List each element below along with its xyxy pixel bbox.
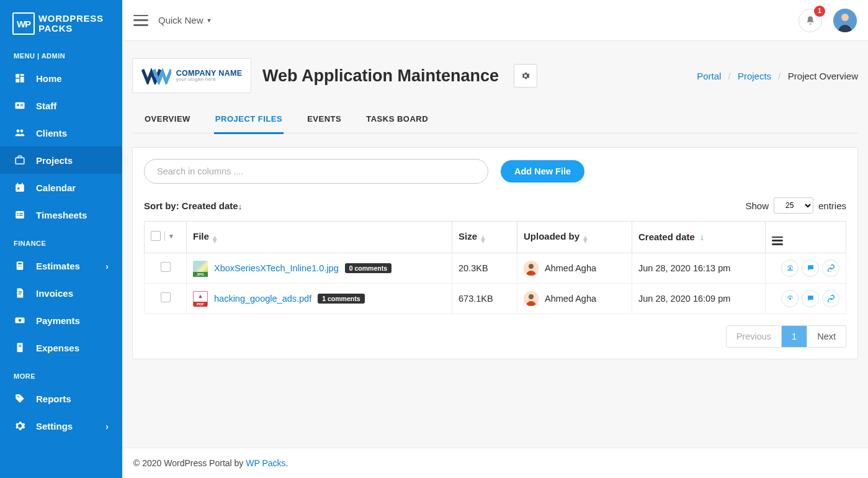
sort-by-label[interactable]: Sort by: Created date↓: [144, 201, 242, 211]
sidebar-item-label: Reports: [36, 394, 71, 404]
pager-prev[interactable]: Previous: [727, 326, 781, 347]
download-button[interactable]: [781, 290, 799, 307]
sort-icon: ▲▼: [480, 235, 486, 243]
invoice-icon: [14, 287, 26, 299]
link-icon: [827, 264, 835, 272]
page-settings-button[interactable]: [514, 64, 537, 88]
col-created-date[interactable]: Created date ↓: [632, 222, 766, 253]
sidebar-item-projects[interactable]: Projects: [0, 147, 122, 174]
breadcrumb: Portal / Projects / Project Overview: [697, 71, 858, 81]
sidebar-item-timesheets[interactable]: Timesheets: [0, 201, 122, 228]
footer-link[interactable]: WP Packs: [246, 458, 285, 468]
file-link[interactable]: XboxSeriesXTech_Inline1.0.jpg: [214, 263, 339, 273]
user-avatar[interactable]: [833, 9, 857, 32]
file-link[interactable]: hacking_google_ads.pdf: [214, 294, 311, 304]
entries-select[interactable]: 25: [774, 197, 813, 214]
svg-rect-19: [19, 213, 22, 214]
sidebar-item-staff[interactable]: Staff: [0, 92, 122, 119]
select-all-checkbox[interactable]: [151, 231, 161, 241]
tag-icon: [14, 392, 26, 405]
show-label: Show: [745, 201, 769, 211]
sidebar-item-invoices[interactable]: Invoices: [0, 279, 122, 307]
search-input[interactable]: [144, 159, 488, 184]
comments-badge[interactable]: 0 comments: [345, 263, 391, 273]
download-button[interactable]: [781, 259, 799, 277]
sidebar-item-label: Projects: [36, 155, 73, 166]
tab-overview[interactable]: OVERVIEW: [143, 108, 192, 133]
sidebar-item-label: Staff: [36, 101, 56, 111]
brand-logo[interactable]: WP WORDPRESS PACKS: [0, 7, 122, 41]
pager-page-1[interactable]: 1: [781, 326, 807, 347]
page-title: Web Application Maintenance: [262, 66, 499, 86]
breadcrumb-portal[interactable]: Portal: [697, 71, 721, 81]
caret-down-icon: ▼: [207, 17, 212, 24]
columns-icon: [772, 237, 783, 245]
sidebar-item-home[interactable]: Home: [0, 65, 122, 92]
col-actions[interactable]: [766, 222, 846, 253]
svg-rect-18: [17, 215, 19, 216]
pager-next[interactable]: Next: [807, 326, 846, 347]
files-table: ▼ File▲▼ Size▲▼ Uploaded by▲▼ Created da…: [144, 221, 846, 314]
chevron-right-icon: ›: [105, 421, 109, 431]
col-file[interactable]: File▲▼: [187, 222, 452, 253]
svg-rect-20: [19, 215, 22, 216]
link-button[interactable]: [822, 290, 839, 307]
sidebar-item-label: Calendar: [36, 183, 76, 193]
sidebar-item-label: Invoices: [36, 288, 73, 299]
menu-toggle-button[interactable]: [133, 15, 148, 26]
sidebar-item-label: Home: [36, 73, 62, 84]
chevron-right-icon: ›: [105, 261, 109, 271]
svg-rect-28: [19, 294, 21, 295]
link-button[interactable]: [822, 259, 839, 277]
col-uploaded-by[interactable]: Uploaded by▲▼: [517, 222, 632, 253]
sidebar-item-payments[interactable]: Payments: [0, 307, 122, 334]
sidebar-section-finance: FINANCE: [0, 228, 122, 252]
tab-tasks-board[interactable]: TASKS BOARD: [365, 108, 429, 133]
row-checkbox[interactable]: [161, 262, 171, 272]
svg-rect-22: [18, 263, 22, 264]
table-row: JPG XboxSeriesXTech_Inline1.0.jpg 0 comm…: [145, 253, 846, 283]
row-checkbox[interactable]: [161, 292, 171, 302]
company-logo: COMPANY NAME your slogan here: [132, 58, 251, 93]
col-size[interactable]: Size▲▼: [452, 222, 517, 253]
sidebar-item-settings[interactable]: Settings ›: [0, 412, 122, 440]
notifications-button[interactable]: 1: [799, 9, 822, 32]
svg-rect-17: [17, 213, 19, 214]
gear-icon: [14, 420, 26, 432]
sidebar-section-admin: MENU | ADMIN: [0, 41, 122, 65]
download-icon: [786, 264, 794, 272]
comments-badge[interactable]: 1 comments: [318, 294, 364, 304]
breadcrumb-current: Project Overview: [788, 71, 858, 81]
sort-icon: ▲▼: [212, 235, 218, 243]
svg-rect-32: [19, 346, 22, 347]
comment-button[interactable]: [802, 290, 819, 307]
sidebar-item-label: Expenses: [36, 343, 79, 353]
entries-selector: Show 25 entries: [745, 197, 846, 214]
sidebar-item-reports[interactable]: Reports: [0, 385, 122, 412]
download-icon: [786, 294, 794, 302]
tab-events[interactable]: EVENTS: [306, 108, 342, 133]
sidebar-item-expenses[interactable]: Expenses: [0, 334, 122, 361]
sidebar-item-label: Estimates: [36, 261, 80, 271]
company-mark-icon: [141, 67, 171, 84]
add-new-file-button[interactable]: Add New File: [501, 160, 584, 183]
uploader-avatar: [524, 261, 539, 276]
svg-rect-7: [20, 106, 24, 106]
cell-size: 673.1KB: [452, 283, 517, 313]
users-icon: [14, 127, 26, 139]
notification-count: 1: [814, 6, 825, 17]
sidebar-item-estimates[interactable]: Estimates ›: [0, 252, 122, 279]
quick-new-dropdown[interactable]: Quick New ▼: [158, 15, 212, 25]
select-all-caret[interactable]: ▼: [164, 232, 177, 241]
comment-icon: [807, 264, 815, 272]
brand-mark: WP: [12, 12, 35, 35]
comment-button[interactable]: [802, 259, 819, 277]
svg-point-5: [17, 104, 19, 106]
breadcrumb-projects[interactable]: Projects: [738, 71, 771, 81]
tab-project-files[interactable]: PROJECT FILES: [214, 108, 284, 134]
sidebar-item-calendar[interactable]: Calendar: [0, 174, 122, 201]
calendar-icon: [14, 181, 26, 194]
sidebar-item-clients[interactable]: Clients: [0, 119, 122, 147]
svg-point-8: [17, 130, 20, 133]
link-icon: [827, 294, 835, 302]
